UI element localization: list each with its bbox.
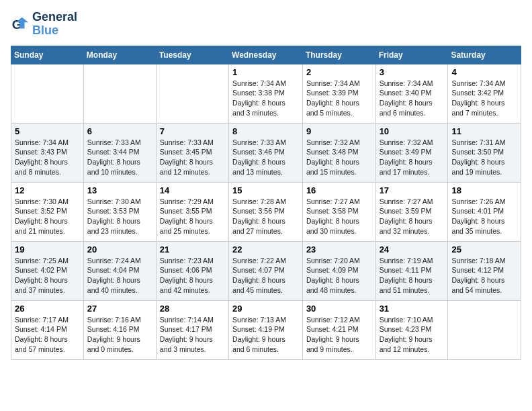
day-number: 12 — [15, 185, 80, 195]
logo: G General Blue — [11, 11, 77, 38]
day-number: 24 — [380, 244, 445, 255]
cell-info: Sunrise: 7:34 AM Sunset: 3:40 PM Dayligh… — [380, 79, 445, 118]
day-number: 11 — [451, 126, 517, 136]
calendar-cell: 12Sunrise: 7:30 AM Sunset: 3:52 PM Dayli… — [11, 182, 84, 241]
calendar-cell: 28Sunrise: 7:14 AM Sunset: 4:17 PM Dayli… — [156, 300, 228, 359]
cell-info: Sunrise: 7:20 AM Sunset: 4:09 PM Dayligh… — [306, 256, 372, 295]
calendar-cell: 21Sunrise: 7:23 AM Sunset: 4:06 PM Dayli… — [156, 241, 228, 300]
cell-info: Sunrise: 7:28 AM Sunset: 3:56 PM Dayligh… — [232, 197, 299, 236]
cell-info: Sunrise: 7:31 AM Sunset: 3:50 PM Dayligh… — [451, 138, 517, 177]
logo-icon: G — [11, 15, 30, 34]
calendar-cell: 26Sunrise: 7:17 AM Sunset: 4:14 PM Dayli… — [11, 300, 84, 359]
logo-line1: General — [32, 11, 77, 24]
cell-info: Sunrise: 7:30 AM Sunset: 3:53 PM Dayligh… — [87, 197, 152, 236]
day-number: 27 — [87, 304, 152, 314]
calendar-cell — [448, 300, 521, 359]
cell-info: Sunrise: 7:14 AM Sunset: 4:17 PM Dayligh… — [160, 315, 225, 355]
cell-info: Sunrise: 7:34 AM Sunset: 3:43 PM Dayligh… — [15, 138, 80, 177]
day-header-thursday: Thursday — [302, 46, 375, 64]
day-number: 5 — [15, 126, 80, 136]
calendar-cell: 2Sunrise: 7:34 AM Sunset: 3:39 PM Daylig… — [302, 64, 375, 123]
calendar-cell: 18Sunrise: 7:26 AM Sunset: 4:01 PM Dayli… — [448, 182, 521, 241]
cell-info: Sunrise: 7:34 AM Sunset: 3:38 PM Dayligh… — [232, 79, 299, 118]
day-header-tuesday: Tuesday — [156, 46, 228, 64]
cell-info: Sunrise: 7:27 AM Sunset: 3:59 PM Dayligh… — [380, 197, 445, 236]
day-header-sunday: Sunday — [11, 46, 84, 64]
calendar-cell: 16Sunrise: 7:27 AM Sunset: 3:58 PM Dayli… — [302, 182, 375, 241]
day-number: 8 — [232, 126, 299, 136]
day-number: 6 — [87, 126, 152, 136]
cell-info: Sunrise: 7:30 AM Sunset: 3:52 PM Dayligh… — [15, 197, 80, 236]
day-number: 9 — [306, 126, 372, 136]
calendar-cell: 1Sunrise: 7:34 AM Sunset: 3:38 PM Daylig… — [229, 64, 303, 123]
day-number: 13 — [87, 185, 152, 195]
week-row-4: 19Sunrise: 7:25 AM Sunset: 4:02 PM Dayli… — [11, 241, 521, 300]
calendar-cell: 9Sunrise: 7:32 AM Sunset: 3:48 PM Daylig… — [302, 123, 375, 182]
cell-info: Sunrise: 7:13 AM Sunset: 4:19 PM Dayligh… — [232, 315, 299, 355]
cell-info: Sunrise: 7:29 AM Sunset: 3:55 PM Dayligh… — [160, 197, 225, 236]
cell-info: Sunrise: 7:33 AM Sunset: 3:46 PM Dayligh… — [232, 138, 299, 177]
day-number: 16 — [306, 185, 372, 195]
days-header-row: SundayMondayTuesdayWednesdayThursdayFrid… — [11, 46, 521, 64]
calendar-cell: 31Sunrise: 7:10 AM Sunset: 4:23 PM Dayli… — [375, 300, 448, 359]
calendar-cell: 6Sunrise: 7:33 AM Sunset: 3:44 PM Daylig… — [83, 123, 156, 182]
cell-info: Sunrise: 7:23 AM Sunset: 4:06 PM Dayligh… — [160, 256, 225, 295]
day-number: 2 — [306, 67, 372, 77]
cell-info: Sunrise: 7:22 AM Sunset: 4:07 PM Dayligh… — [232, 256, 299, 295]
header: G General Blue — [11, 11, 521, 38]
calendar-cell — [83, 64, 156, 123]
day-number: 21 — [160, 244, 225, 255]
day-number: 19 — [15, 244, 80, 255]
calendar-cell: 25Sunrise: 7:18 AM Sunset: 4:12 PM Dayli… — [448, 241, 521, 300]
day-number: 1 — [232, 67, 299, 77]
calendar-cell: 22Sunrise: 7:22 AM Sunset: 4:07 PM Dayli… — [229, 241, 303, 300]
week-row-3: 12Sunrise: 7:30 AM Sunset: 3:52 PM Dayli… — [11, 182, 521, 241]
cell-info: Sunrise: 7:18 AM Sunset: 4:12 PM Dayligh… — [451, 256, 517, 295]
cell-info: Sunrise: 7:32 AM Sunset: 3:49 PM Dayligh… — [380, 138, 445, 177]
calendar-cell: 7Sunrise: 7:33 AM Sunset: 3:45 PM Daylig… — [156, 123, 228, 182]
calendar-table: SundayMondayTuesdayWednesdayThursdayFrid… — [11, 46, 521, 360]
day-number: 28 — [160, 304, 225, 314]
calendar-cell: 13Sunrise: 7:30 AM Sunset: 3:53 PM Dayli… — [83, 182, 156, 241]
day-number: 10 — [380, 126, 445, 136]
cell-info: Sunrise: 7:33 AM Sunset: 3:44 PM Dayligh… — [87, 138, 152, 177]
calendar-cell — [156, 64, 228, 123]
day-number: 22 — [232, 244, 299, 255]
day-header-wednesday: Wednesday — [229, 46, 303, 64]
week-row-5: 26Sunrise: 7:17 AM Sunset: 4:14 PM Dayli… — [11, 300, 521, 359]
day-number: 29 — [232, 304, 299, 314]
day-number: 14 — [160, 185, 225, 195]
calendar-cell: 17Sunrise: 7:27 AM Sunset: 3:59 PM Dayli… — [375, 182, 448, 241]
calendar-cell: 10Sunrise: 7:32 AM Sunset: 3:49 PM Dayli… — [375, 123, 448, 182]
cell-info: Sunrise: 7:19 AM Sunset: 4:11 PM Dayligh… — [380, 256, 445, 295]
calendar-cell: 15Sunrise: 7:28 AM Sunset: 3:56 PM Dayli… — [229, 182, 303, 241]
day-number: 7 — [160, 126, 225, 136]
calendar-cell: 11Sunrise: 7:31 AM Sunset: 3:50 PM Dayli… — [448, 123, 521, 182]
calendar-cell: 19Sunrise: 7:25 AM Sunset: 4:02 PM Dayli… — [11, 241, 84, 300]
day-number: 4 — [451, 67, 517, 77]
calendar-cell: 29Sunrise: 7:13 AM Sunset: 4:19 PM Dayli… — [229, 300, 303, 359]
calendar-cell: 30Sunrise: 7:12 AM Sunset: 4:21 PM Dayli… — [302, 300, 375, 359]
calendar-cell: 5Sunrise: 7:34 AM Sunset: 3:43 PM Daylig… — [11, 123, 84, 182]
day-number: 20 — [87, 244, 152, 255]
day-number: 3 — [380, 67, 445, 77]
cell-info: Sunrise: 7:34 AM Sunset: 3:39 PM Dayligh… — [306, 79, 372, 118]
day-number: 17 — [380, 185, 445, 195]
cell-info: Sunrise: 7:33 AM Sunset: 3:45 PM Dayligh… — [160, 138, 225, 177]
cell-info: Sunrise: 7:17 AM Sunset: 4:14 PM Dayligh… — [15, 315, 80, 355]
calendar-cell: 27Sunrise: 7:16 AM Sunset: 4:16 PM Dayli… — [83, 300, 156, 359]
day-number: 26 — [15, 304, 80, 314]
calendar-cell: 8Sunrise: 7:33 AM Sunset: 3:46 PM Daylig… — [229, 123, 303, 182]
day-number: 23 — [306, 244, 372, 255]
cell-info: Sunrise: 7:32 AM Sunset: 3:48 PM Dayligh… — [306, 138, 372, 177]
cell-info: Sunrise: 7:34 AM Sunset: 3:42 PM Dayligh… — [451, 79, 517, 118]
calendar-cell: 4Sunrise: 7:34 AM Sunset: 3:42 PM Daylig… — [448, 64, 521, 123]
week-row-1: 1Sunrise: 7:34 AM Sunset: 3:38 PM Daylig… — [11, 64, 521, 123]
day-header-saturday: Saturday — [448, 46, 521, 64]
day-header-monday: Monday — [83, 46, 156, 64]
day-number: 18 — [451, 185, 517, 195]
day-number: 15 — [232, 185, 299, 195]
calendar-cell: 20Sunrise: 7:24 AM Sunset: 4:04 PM Dayli… — [83, 241, 156, 300]
cell-info: Sunrise: 7:10 AM Sunset: 4:23 PM Dayligh… — [380, 315, 445, 355]
day-number: 25 — [451, 244, 517, 255]
